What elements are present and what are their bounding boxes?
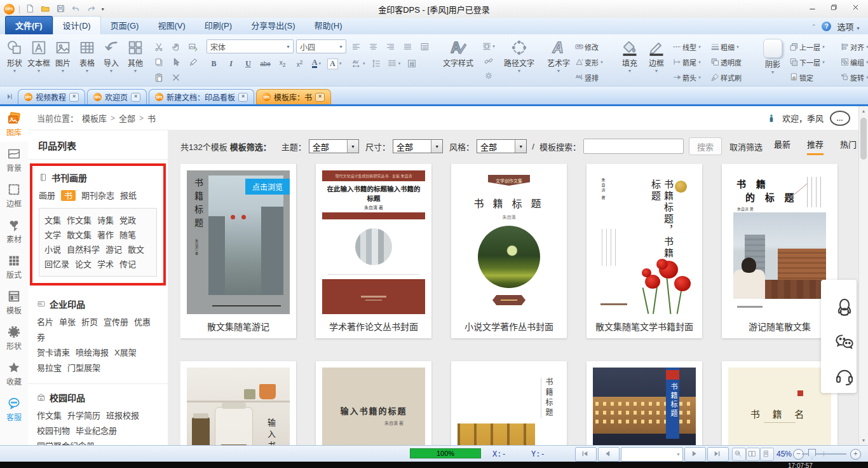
two-page-view-button[interactable] [746, 448, 760, 461]
align-distribute-button[interactable] [417, 40, 432, 53]
tag-item[interactable]: 论文 [75, 259, 92, 269]
replace-image-button[interactable] [184, 39, 201, 55]
strikethrough-button[interactable]: abe [258, 57, 273, 70]
pan-button[interactable] [167, 39, 184, 55]
document-tab-3[interactable]: DPS新建文档：印品看板✕ [149, 89, 254, 104]
breadcrumb-item-3[interactable]: 书 [147, 112, 156, 124]
textbox-button[interactable]: 文本框▼ [27, 36, 51, 86]
page-select[interactable]: ▼ [621, 447, 683, 462]
category-item[interactable]: 单张 [59, 317, 76, 327]
sidebar-item-background[interactable]: 背景 [0, 142, 28, 177]
wechat-icon[interactable] [834, 331, 844, 341]
sidebar-item-template[interactable]: 模板 [0, 284, 28, 320]
one-page-view-button[interactable] [760, 448, 774, 461]
zoom-100-button[interactable]: 100 [732, 448, 746, 461]
tag-item[interactable]: 著作 [97, 230, 114, 240]
paste-button[interactable] [150, 70, 167, 85]
import-button[interactable]: 导入▼ [99, 36, 123, 86]
menu-tab-5[interactable]: 印刷(P) [195, 17, 241, 34]
restore-button[interactable] [825, 2, 846, 16]
tag-item[interactable]: 党政 [119, 216, 136, 225]
shapes-button[interactable]: 形状▼ [3, 36, 27, 86]
group-button[interactable]: 编组▼ [840, 55, 868, 70]
theme-select[interactable]: 全部▼ [309, 139, 359, 153]
collapse-ribbon-icon[interactable]: ⌃ [811, 24, 817, 30]
style-select[interactable]: 全部▼ [477, 139, 527, 153]
tag-item[interactable]: 小说 [44, 245, 61, 254]
font-color-button[interactable]: A▼ [309, 57, 324, 70]
menu-tab-3[interactable]: 页面(G) [101, 17, 149, 34]
close-button[interactable] [846, 2, 868, 16]
category-item[interactable]: 报纸 [120, 191, 137, 200]
menu-tab-7[interactable]: 帮助(H) [304, 17, 351, 34]
category-item[interactable]: 升学简历 [67, 411, 100, 420]
category-item[interactable]: 易拉宝 [37, 363, 62, 373]
template-card[interactable]: 朱自清 著 书籍标题，书籍标题 散文集随笔文学书籍封面 [587, 164, 702, 338]
options-button[interactable]: 选项 ▼ [837, 20, 860, 32]
wordart-modify-button[interactable]: ABC修改 [574, 39, 614, 55]
columns-button[interactable]: ▼ [386, 57, 402, 70]
menu-tab-6[interactable]: 分享导出(S) [241, 17, 304, 34]
bold-button[interactable]: B [207, 57, 221, 70]
highlight-color-button[interactable]: A▼ [327, 57, 343, 70]
scroll-up-arrow-icon[interactable]: ▲ [859, 106, 868, 116]
tag-item[interactable]: 散文集 [67, 230, 92, 240]
align-objects-button[interactable]: 对齐▼ [840, 39, 868, 55]
line-type-button[interactable]: 线型▼ [672, 39, 710, 55]
tag-item[interactable]: 散文 [128, 245, 144, 254]
tag-item[interactable]: 随笔 [119, 230, 136, 240]
sidebar-item-service[interactable]: 客服 [0, 391, 28, 427]
align-justify-button[interactable] [400, 40, 415, 53]
scroll-down-arrow-icon[interactable]: ▼ [859, 436, 868, 445]
category-item[interactable]: 折页 [81, 317, 98, 327]
zoom-in-button[interactable]: + [850, 449, 861, 460]
underline-button[interactable]: U [241, 57, 255, 70]
delete-button[interactable] [167, 70, 184, 85]
line-spacing-button[interactable] [369, 57, 384, 70]
size-select[interactable]: 全部▼ [393, 139, 443, 153]
menu-tab-1[interactable]: 文件(F) [5, 16, 53, 34]
category-item[interactable]: 校园刊物 [37, 426, 70, 436]
line-weight-button[interactable]: 粗细▼ [710, 39, 759, 55]
layer-down-button[interactable]: 下一层▼ [789, 55, 840, 70]
category-item[interactable]: 作文集 [37, 411, 62, 420]
tag-item[interactable]: 诗集 [97, 216, 114, 225]
sort-tab-最新[interactable]: 最新 [774, 138, 790, 155]
tag-item[interactable]: 回忆录 [44, 259, 69, 269]
tab-close-icon[interactable]: ✕ [238, 93, 248, 102]
document-tab-4[interactable]: DPS模板库：书✕ [256, 89, 331, 104]
headset-icon[interactable] [834, 366, 844, 376]
tag-item[interactable]: 传记 [119, 259, 136, 269]
template-card[interactable]: 文学创作文集 书 籍 标 题 朱自清 小说文学著作丛书封面 [451, 164, 567, 338]
template-card[interactable]: 书籍标题 [451, 361, 567, 445]
template-card[interactable]: 书籍标题 [587, 361, 702, 445]
subscript-button[interactable]: x2 [275, 57, 290, 70]
path-text-button[interactable]: 路径文字▼ [498, 36, 540, 86]
sort-tab-推荐[interactable]: 推荐 [807, 138, 824, 155]
sidebar-item-shape[interactable]: 形状 [0, 320, 28, 355]
tag-item[interactable]: 自然科学 [67, 245, 100, 254]
align-center-button[interactable] [366, 40, 381, 53]
arrow-tail-button[interactable]: 箭尾▼ [672, 55, 710, 70]
sidebar-item-layout[interactable]: 版式 [0, 249, 28, 284]
template-card[interactable]: 书 籍 名 [722, 361, 837, 445]
last-page-button[interactable] [707, 447, 729, 462]
category-item[interactable]: 期刊杂志 [81, 191, 114, 200]
category-item[interactable]: 书 [61, 190, 76, 201]
category-item[interactable]: 喷绘海报 [76, 348, 109, 357]
align-left-button[interactable] [349, 40, 363, 53]
sidebar-item-frame[interactable]: 边框 [0, 177, 28, 213]
lock-button[interactable]: 锁定 [789, 70, 840, 85]
superscript-button[interactable]: x2 [292, 57, 307, 70]
stroke-button[interactable]: 边框▼ [643, 36, 670, 86]
sidebar-item-gallery[interactable]: 图库 [0, 106, 28, 142]
sort-tab-热门[interactable]: 热门 [840, 138, 857, 155]
vertical-scrollbar[interactable]: ▲ ▼ [858, 106, 868, 445]
breadcrumb-item-2[interactable]: 全部 [119, 112, 135, 124]
shadow-button[interactable]: 阴影▼ [759, 36, 787, 86]
wordart-transform-button[interactable]: 变形▼ [574, 55, 614, 70]
font-family-select[interactable]: 宋体▼ [207, 39, 294, 53]
table-button[interactable]: 表格▼ [75, 36, 99, 86]
text-wrap-button[interactable]: ▼ [482, 39, 496, 53]
tag-item[interactable]: 文集 [44, 216, 61, 225]
